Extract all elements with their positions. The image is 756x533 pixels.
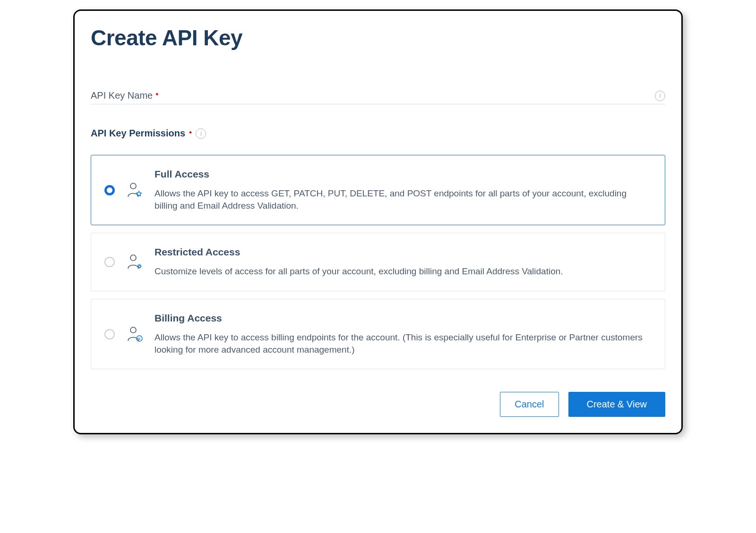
required-dot-icon: • — [189, 128, 192, 138]
svg-text:$: $ — [138, 337, 141, 341]
info-icon[interactable]: i — [655, 91, 665, 101]
api-key-name-field-row: API Key Name • i — [91, 88, 665, 104]
permission-option-full-access[interactable]: Full Access Allows the API key to access… — [91, 155, 665, 225]
svg-point-1 — [130, 255, 136, 261]
dialog-actions: Cancel Create & View — [91, 379, 665, 417]
permission-option-title: Billing Access — [155, 313, 652, 324]
permission-option-title: Full Access — [155, 169, 652, 180]
permission-option-title: Restricted Access — [155, 246, 652, 258]
radio-billing-access[interactable] — [104, 329, 115, 339]
info-icon[interactable]: i — [196, 128, 206, 139]
user-gear-icon — [126, 254, 143, 271]
permission-option-description: Allows the API key to access billing end… — [155, 331, 652, 355]
create-view-button[interactable]: Create & View — [568, 392, 665, 417]
permission-option-text: Restricted Access Customize levels of ac… — [155, 246, 652, 278]
svg-line-9 — [138, 267, 138, 268]
cancel-button[interactable]: Cancel — [500, 392, 558, 417]
permission-option-description: Customize levels of access for all parts… — [155, 265, 652, 278]
page-title: Create API Key — [91, 25, 665, 51]
radio-full-access[interactable] — [104, 185, 115, 195]
user-dollar-icon: $ — [126, 326, 143, 343]
permission-option-billing-access[interactable]: $ Billing Access Allows the API key to a… — [91, 299, 665, 369]
api-key-name-label: API Key Name — [91, 90, 153, 101]
svg-line-10 — [140, 265, 141, 265]
svg-point-2 — [138, 265, 140, 267]
permissions-label-row: API Key Permissions • i — [91, 128, 665, 139]
create-api-key-dialog: Create API Key API Key Name • i API Key … — [73, 9, 683, 434]
svg-point-0 — [130, 183, 136, 189]
svg-line-7 — [138, 265, 138, 265]
permission-option-text: Billing Access Allows the API key to acc… — [155, 313, 652, 355]
required-dot-icon: • — [155, 90, 158, 100]
permission-option-description: Allows the API key to access GET, PATCH,… — [155, 187, 652, 212]
radio-restricted-access[interactable] — [104, 257, 115, 267]
svg-line-8 — [140, 267, 141, 268]
api-key-name-input[interactable] — [158, 88, 655, 103]
permission-option-restricted-access[interactable]: Restricted Access Customize levels of ac… — [91, 233, 665, 291]
user-star-icon — [126, 182, 143, 199]
permissions-label: API Key Permissions — [91, 128, 185, 139]
permission-option-text: Full Access Allows the API key to access… — [155, 169, 652, 212]
svg-point-11 — [130, 327, 136, 333]
